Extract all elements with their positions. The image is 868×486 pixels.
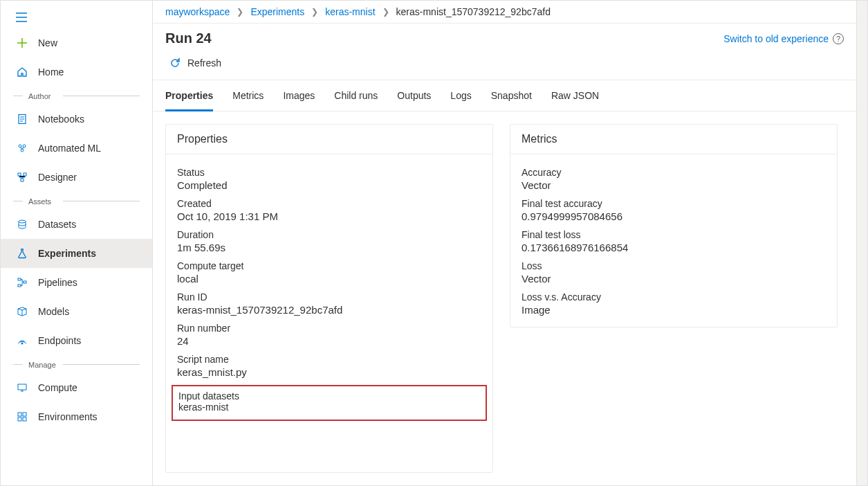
breadcrumb-workspace[interactable]: mayworkspace <box>165 6 230 17</box>
nav-designer[interactable]: Designer <box>1 163 152 192</box>
nav-environments[interactable]: Environments <box>1 402 152 431</box>
tab-snapshot[interactable]: Snapshot <box>491 90 532 111</box>
chevron-right-icon: ❯ <box>311 7 318 17</box>
prop-runnum: Run number 24 <box>177 323 481 347</box>
nav-label: Pipelines <box>38 277 141 288</box>
nav-label: New <box>38 37 141 48</box>
refresh-button[interactable]: Refresh <box>165 55 225 71</box>
section-assets: Assets <box>1 192 152 210</box>
prop-duration: Duration 1m 55.69s <box>177 229 481 253</box>
prop-created: Created Oct 10, 2019 1:31 PM <box>177 198 481 222</box>
chevron-right-icon: ❯ <box>237 7 243 17</box>
nav-label: Designer <box>38 172 141 183</box>
nav-label: Datasets <box>38 219 141 230</box>
input-dataset-link[interactable]: keras-mnist <box>178 402 480 413</box>
scrollbar[interactable] <box>856 1 867 485</box>
datasets-icon <box>16 218 28 231</box>
svg-point-11 <box>21 343 24 345</box>
nav-label: Endpoints <box>38 335 141 346</box>
tab-metrics[interactable]: Metrics <box>232 90 264 111</box>
tab-outputs[interactable]: Outputs <box>397 90 431 111</box>
metric-accuracy: Accuracy Vector <box>521 167 826 191</box>
card-header: Properties <box>166 125 492 154</box>
help-icon[interactable]: ? <box>833 33 844 44</box>
flask-icon <box>16 247 28 260</box>
nav-pipelines[interactable]: Pipelines <box>1 268 152 297</box>
nav-models[interactable]: Models <box>1 297 152 326</box>
automl-icon <box>16 142 28 154</box>
prop-compute: Compute target local <box>177 260 481 285</box>
svg-rect-15 <box>18 417 21 421</box>
nav-label: Compute <box>38 382 141 393</box>
metric-loss: Loss Vector <box>521 260 826 285</box>
metric-final-test-accuracy: Final test accuracy 0.9794999957084656 <box>521 198 826 222</box>
nav-notebooks[interactable]: Notebooks <box>1 105 152 134</box>
svg-rect-12 <box>18 384 26 390</box>
svg-point-2 <box>23 145 26 147</box>
hamburger-menu[interactable] <box>8 6 35 28</box>
environments-icon <box>16 411 28 423</box>
switch-experience-link[interactable]: Switch to old experience ? <box>723 33 844 44</box>
pipelines-icon <box>16 276 28 289</box>
tab-properties[interactable]: Properties <box>165 90 213 111</box>
nav-label: Automated ML <box>38 143 141 154</box>
svg-rect-16 <box>23 417 26 421</box>
svg-point-1 <box>19 145 21 147</box>
tab-images[interactable]: Images <box>283 90 315 111</box>
svg-rect-14 <box>23 413 26 416</box>
designer-icon <box>16 171 28 183</box>
tab-rawjson[interactable]: Raw JSON <box>551 90 599 111</box>
content: Properties Status Completed Created Oct … <box>153 111 856 485</box>
metric-final-test-loss: Final test loss 0.17366168976166854 <box>521 229 826 253</box>
nav-endpoints[interactable]: Endpoints <box>1 326 152 355</box>
properties-card: Properties Status Completed Created Oct … <box>165 124 493 473</box>
refresh-icon <box>169 57 181 69</box>
nav-label: Models <box>38 306 141 317</box>
tab-childruns[interactable]: Child runs <box>334 90 378 111</box>
svg-point-3 <box>21 149 24 152</box>
tab-logs[interactable]: Logs <box>450 90 471 111</box>
sidebar: New Home Author Notebooks Automated ML <box>1 1 153 485</box>
section-author: Author <box>1 87 152 105</box>
svg-point-7 <box>19 220 26 223</box>
prop-script: Script name keras_mnist.py <box>177 354 481 378</box>
nav-experiments[interactable]: Experiments <box>1 239 152 268</box>
nav-datasets[interactable]: Datasets <box>1 210 152 239</box>
svg-rect-9 <box>24 281 26 283</box>
nav-compute[interactable]: Compute <box>1 373 152 402</box>
nav-new[interactable]: New <box>1 28 152 57</box>
page-title: Run 24 <box>165 30 212 46</box>
hamburger-icon <box>16 12 27 22</box>
nav-automl[interactable]: Automated ML <box>1 134 152 163</box>
breadcrumb: mayworkspace ❯ Experiments ❯ keras-mnist… <box>153 1 856 24</box>
breadcrumb-current: keras-mnist_1570739212_92bc7afd <box>396 6 551 17</box>
tabs: Properties Metrics Images Child runs Out… <box>153 80 856 111</box>
toolbar: Refresh <box>153 52 856 80</box>
metrics-card: Metrics Accuracy Vector Final test accur… <box>510 124 838 327</box>
svg-rect-10 <box>18 285 21 287</box>
svg-rect-13 <box>18 413 21 416</box>
nav-label: Home <box>38 66 141 78</box>
breadcrumb-experiments[interactable]: Experiments <box>250 6 304 17</box>
svg-rect-4 <box>18 173 21 176</box>
nav-label: Notebooks <box>38 114 141 125</box>
title-bar: Run 24 Switch to old experience ? <box>153 24 856 52</box>
prop-input-datasets: Input datasets keras-mnist <box>172 385 487 421</box>
breadcrumb-experiment[interactable]: keras-mnist <box>325 6 375 17</box>
svg-rect-6 <box>21 179 24 181</box>
svg-rect-5 <box>24 173 26 176</box>
nav-home[interactable]: Home <box>1 57 152 87</box>
compute-icon <box>16 381 28 394</box>
switch-label: Switch to old experience <box>723 33 829 44</box>
prop-status: Status Completed <box>177 167 481 191</box>
card-header: Metrics <box>510 125 837 154</box>
notebook-icon <box>16 113 28 125</box>
metric-loss-vs-accuracy: Loss v.s. Accuracy Image <box>521 291 826 316</box>
nav-label: Experiments <box>38 248 141 259</box>
models-icon <box>16 305 28 318</box>
home-icon <box>16 66 28 78</box>
prop-runid: Run ID keras-mnist_1570739212_92bc7afd <box>177 291 481 316</box>
main: mayworkspace ❯ Experiments ❯ keras-mnist… <box>153 1 856 485</box>
section-manage: Manage <box>1 355 152 373</box>
nav-label: Environments <box>38 411 141 422</box>
